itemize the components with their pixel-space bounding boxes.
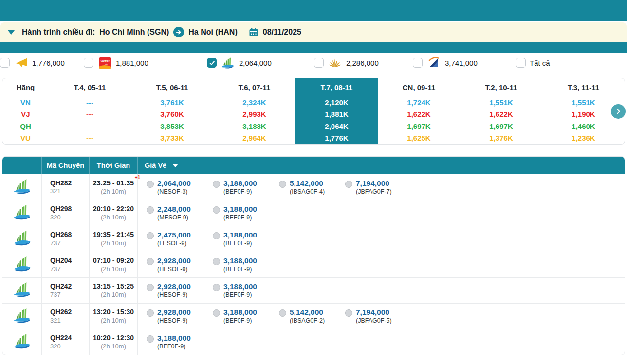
fare-option[interactable]: 2,928,000(HESOF-9) <box>147 308 213 325</box>
flight-row: QH204 737 07:10 - 09:20 (2h 10m) 2,928,0… <box>2 252 625 277</box>
fare-radio[interactable] <box>213 284 220 291</box>
fare-option[interactable]: 2,064,000(NESOF-3) <box>147 179 213 196</box>
next-days-button[interactable] <box>611 104 626 119</box>
fare-option[interactable]: 7,194,000(JBFAG0F-7) <box>345 179 411 196</box>
fare-option[interactable]: 3,188,000(BEF0F-9) <box>213 256 279 273</box>
matrix-price-cell: 3,853K <box>131 122 213 130</box>
fare-radio[interactable] <box>279 309 286 317</box>
filter-item-qh[interactable]: 2,064,000 <box>207 57 314 69</box>
flight-code: QH298 <box>50 205 72 214</box>
flight-code: QH262 <box>50 308 72 317</box>
matrix-price-cell: 3,188K <box>213 122 295 130</box>
checkbox-unchecked[interactable] <box>413 58 423 68</box>
airline-logo-cell <box>2 252 41 277</box>
journey-date[interactable]: 08/11/2025 <box>263 28 301 36</box>
fare-radio[interactable] <box>147 181 154 188</box>
flight-code: QH268 <box>50 231 72 239</box>
flight-time: 20:10 - 22:20 <box>93 205 134 214</box>
flight-time: 10:20 - 12:30 <box>93 334 134 343</box>
price-matrix: Hãng T.4, 05-11 T.5, 06-11 T.6, 07-11 T.… <box>2 78 625 145</box>
matrix-col-header[interactable]: T.3, 11-11 <box>542 83 625 91</box>
checkbox-unchecked[interactable] <box>84 58 93 68</box>
matrix-col-header[interactable]: T.6, 07-11 <box>213 83 295 91</box>
matrix-col-header[interactable]: CN, 09-11 <box>378 83 460 91</box>
collapse-caret-icon[interactable] <box>8 30 15 35</box>
fare-option[interactable]: 2,475,000(LESOF-9) <box>147 230 213 248</box>
matrix-price-cell-selected: 1,881K <box>295 109 378 121</box>
matrix-col-header-selected[interactable]: T.7, 08-11 <box>295 78 378 96</box>
vietravel-sail-icon <box>426 56 441 69</box>
fare-option[interactable]: 5,142,000(IBSAG0F-4) <box>279 179 345 196</box>
fare-price: 5,142,000 <box>290 179 325 188</box>
fare-radio[interactable] <box>213 309 220 317</box>
fare-option[interactable]: 5,142,000(IBSAG0F-2) <box>279 308 345 325</box>
gold-lotus-icon <box>328 57 342 68</box>
fare-option[interactable]: 2,928,000(HESOF-9) <box>147 282 213 299</box>
filter-item-vj[interactable]: vietjet air 1,881,000 <box>84 57 207 69</box>
fare-price: 7,194,000 <box>356 179 392 188</box>
svg-text:vietjet: vietjet <box>100 59 110 62</box>
fare-option[interactable]: 3,188,000(BEF0F-9) <box>147 333 213 351</box>
matrix-price-cell: 1,551K <box>460 98 542 107</box>
matrix-col-header[interactable]: T.2, 10-11 <box>460 83 542 91</box>
fare-radio[interactable] <box>147 309 154 317</box>
matrix-col-header[interactable]: T.4, 05-11 <box>49 83 131 91</box>
fare-radio[interactable] <box>213 258 220 265</box>
matrix-col-header: Hãng <box>2 83 49 91</box>
fare-option[interactable]: 3,188,000(BEF0F-9) <box>213 282 279 299</box>
fare-radio[interactable] <box>213 206 220 214</box>
filter-item-vietravel[interactable]: 3,741,000 <box>413 56 516 69</box>
fare-option[interactable]: 3,188,000(BEF0F-9) <box>213 204 279 222</box>
fare-radio[interactable] <box>345 309 352 317</box>
fare-radio[interactable] <box>147 335 154 343</box>
fare-option[interactable]: 7,194,000(JBFAG0F-5) <box>345 308 411 325</box>
fare-price: 2,928,000 <box>157 308 191 317</box>
fare-price: 2,475,000 <box>157 230 191 239</box>
aircraft-type: 737 <box>50 291 61 299</box>
checkbox-unchecked[interactable] <box>516 58 526 68</box>
matrix-col-header[interactable]: T.5, 06-11 <box>131 83 213 91</box>
header-time: Thời Gian <box>89 157 137 174</box>
filter-item-vu[interactable]: 1,776,000 <box>0 57 84 69</box>
fare-radio[interactable] <box>279 181 286 188</box>
fare-price: 3,188,000 <box>223 256 257 265</box>
fare-class: (HESOF-9) <box>157 266 191 273</box>
header-price-label: Giá Vé <box>145 162 166 169</box>
fare-radio[interactable] <box>147 284 154 291</box>
fare-radio[interactable] <box>213 232 220 239</box>
fare-class: (BEF0F-9) <box>223 317 257 325</box>
flights-table-header: Mã Chuyến Thời Gian Giá Vé <box>2 157 625 174</box>
filter-price: 1,776,000 <box>32 59 65 67</box>
fare-class: (HESOF-9) <box>157 317 191 325</box>
filter-price: 3,741,000 <box>445 59 478 67</box>
checkbox-unchecked[interactable] <box>314 58 324 68</box>
fare-radio[interactable] <box>213 181 220 188</box>
fare-option[interactable]: 3,188,000(BEF0F-9) <box>213 308 279 325</box>
fare-class: (MESOF-9) <box>157 214 191 222</box>
fare-option[interactable]: 2,248,000(MESOF-9) <box>147 204 213 222</box>
fare-radio[interactable] <box>345 181 352 188</box>
fare-class: (BEF0F-9) <box>223 214 257 222</box>
calendar-icon[interactable] <box>249 27 258 37</box>
fare-class: (LESOF-9) <box>157 240 191 248</box>
header-price[interactable]: Giá Vé <box>137 157 625 174</box>
matrix-airline-label: VU <box>2 134 49 142</box>
fare-option[interactable]: 3,188,000(BEF0F-9) <box>213 179 279 196</box>
matrix-price-cell: 1,625K <box>378 134 460 142</box>
checkbox-unchecked[interactable] <box>0 58 10 68</box>
chevron-right-icon <box>614 108 622 115</box>
matrix-price-cell: --- <box>49 134 131 142</box>
fare-radio[interactable] <box>147 232 154 239</box>
fare-radio[interactable] <box>147 258 154 265</box>
sort-caret-icon[interactable] <box>172 164 178 167</box>
flight-time: 13:20 - 15:30 <box>93 308 134 317</box>
fare-class: (HESOF-9) <box>157 291 191 299</box>
filter-item-all[interactable]: Tất cả <box>516 58 550 68</box>
fare-option[interactable]: 2,928,000(HESOF-9) <box>147 256 213 273</box>
filter-price: 2,064,000 <box>239 59 272 67</box>
fare-radio[interactable] <box>147 206 154 214</box>
checkbox-checked[interactable] <box>207 58 217 68</box>
filter-item-vn[interactable]: 2,286,000 <box>314 57 413 68</box>
journey-bar: Hành trình chiều đi: Ho Chi Minh (SGN) H… <box>0 22 627 42</box>
fare-option[interactable]: 3,188,000(BEF0F-9) <box>213 230 279 248</box>
